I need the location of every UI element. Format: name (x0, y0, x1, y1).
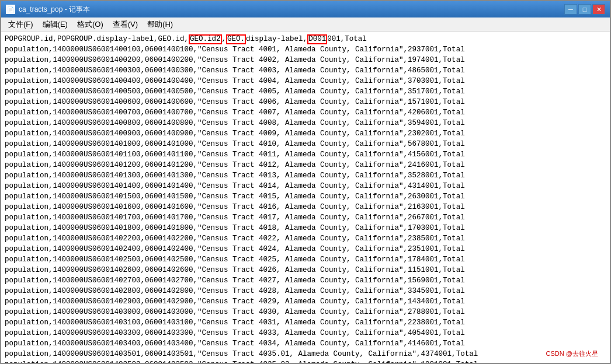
data-row: population,1400000US06001402600,06001402… (5, 265, 606, 275)
data-row: population,1400000US06001400100,06001400… (5, 44, 606, 55)
data-row: population,1400000US06001403501,06001403… (5, 349, 606, 359)
data-row: population,1400000US06001403100,06001403… (5, 317, 606, 328)
text-editor[interactable]: POPGROUP.id,POPGROUP.display-label,GEO.i… (1, 32, 610, 363)
minimize-button[interactable]: ─ (564, 4, 577, 15)
close-button[interactable]: ✕ (592, 4, 605, 15)
highlighted-text: GEO.id2 (189, 34, 222, 44)
window-controls[interactable]: ─ □ ✕ (564, 4, 605, 15)
data-row: population,1400000US06001401100,06001401… (5, 149, 606, 160)
data-row: population,1400000US06001400900,06001400… (5, 128, 606, 139)
data-row: population,1400000US06001400600,06001400… (5, 97, 606, 107)
data-row: population,1400000US06001402900,06001402… (5, 296, 606, 307)
header-text: display-label, (246, 35, 307, 43)
header-line: POPGROUP.id,POPGROUP.display-label,GEO.i… (5, 34, 606, 44)
data-row: population,1400000US06001400800,06001400… (5, 118, 606, 128)
data-row: population,1400000US06001403502,06001403… (5, 359, 606, 363)
app-icon: 📄 (6, 5, 15, 14)
data-row: population,1400000US06001402500,06001402… (5, 254, 606, 265)
data-row: population,1400000US06001401800,06001401… (5, 223, 606, 233)
data-row: population,1400000US06001400500,06001400… (5, 86, 606, 97)
data-row: population,1400000US06001401600,06001401… (5, 202, 606, 212)
menu-format[interactable]: 格式(O) (72, 18, 108, 31)
content-area: POPGROUP.id,POPGROUP.display-label,GEO.i… (1, 32, 610, 363)
data-row: population,1400000US06001403300,06001403… (5, 328, 606, 338)
data-row: population,1400000US06001401500,06001401… (5, 191, 606, 202)
maximize-button[interactable]: □ (578, 4, 591, 15)
data-row: population,1400000US06001400300,06001400… (5, 65, 606, 76)
data-row: population,1400000US06001403400,06001403… (5, 338, 606, 349)
data-row: population,1400000US06001401000,06001401… (5, 139, 606, 149)
title-bar-left: 📄 ca_tracts_pop - 记事本 (6, 5, 90, 15)
data-row: population,1400000US06001401700,06001401… (5, 212, 606, 223)
title-bar: 📄 ca_tracts_pop - 记事本 ─ □ ✕ (1, 1, 610, 18)
data-row: population,1400000US06001402200,06001402… (5, 233, 606, 244)
data-row: population,1400000US06001402700,06001402… (5, 275, 606, 286)
data-row: population,1400000US06001400400,06001400… (5, 76, 606, 86)
data-row: population,1400000US06001402800,06001402… (5, 286, 606, 296)
menu-edit[interactable]: 编辑(E) (38, 18, 72, 31)
header-text: , (222, 35, 227, 43)
data-row: population,1400000US06001402400,06001402… (5, 244, 606, 254)
data-row: population,1400000US06001403000,06001403… (5, 307, 606, 317)
header-text: 001,Total (327, 35, 367, 43)
menu-bar: 文件(F) 编辑(E) 格式(O) 查看(V) 帮助(H) (1, 18, 610, 32)
main-window: 📄 ca_tracts_pop - 记事本 ─ □ ✕ 文件(F) 编辑(E) … (0, 0, 611, 364)
data-row: population,1400000US06001401400,06001401… (5, 181, 606, 191)
data-row: population,1400000US06001400700,06001400… (5, 107, 606, 118)
data-row: population,1400000US06001400200,06001400… (5, 55, 606, 65)
data-row: population,1400000US06001401300,06001401… (5, 170, 606, 181)
menu-help[interactable]: 帮助(H) (143, 18, 178, 31)
highlighted-text: D001 (307, 34, 327, 44)
highlighted-text: GEO. (226, 34, 246, 44)
menu-file[interactable]: 文件(F) (4, 18, 38, 31)
menu-view[interactable]: 查看(V) (108, 18, 143, 31)
header-text: POPGROUP.id,POPGROUP.display-label,GEO.i… (5, 35, 189, 43)
data-row: population,1400000US06001401200,06001401… (5, 160, 606, 170)
window-title: ca_tracts_pop - 记事本 (19, 5, 90, 15)
